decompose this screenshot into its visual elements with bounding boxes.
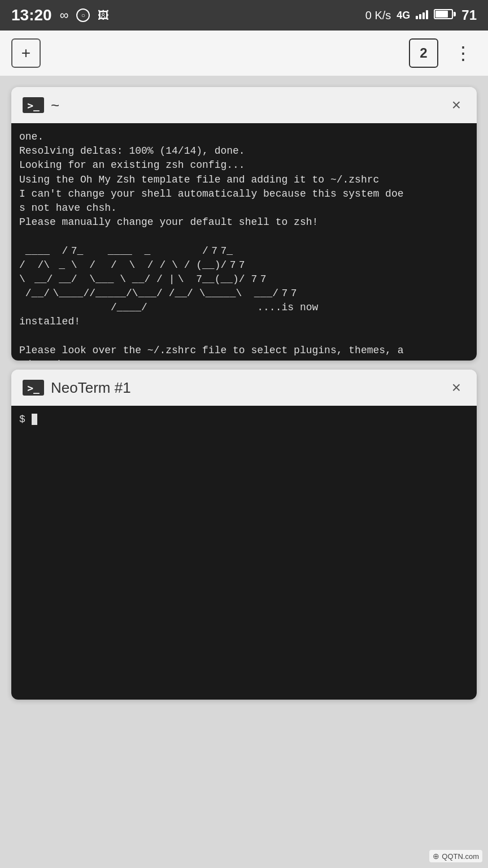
watermark: ⊕ QQTN.com [429,850,482,862]
terminal-card-0: >_ ~ × one. Resolving deltas: 100% (14/1… [11,87,477,361]
terminal-header-0: >_ ~ × [11,87,477,123]
more-options-button[interactable]: ⋮ [450,40,477,66]
terminal-cursor [32,414,37,425]
terminal-title-text-0: ~ [51,97,59,114]
watermark-text: QQTN.com [442,852,479,861]
network-type: 4G [396,10,410,21]
terminal-body-0[interactable]: one. Resolving deltas: 100% (14/14), don… [11,123,477,361]
terminal-close-1[interactable]: × [447,376,465,399]
terminal-card-1: >_ NeoTerm #1 × $ [11,370,477,700]
terminal-title-0: >_ ~ [23,97,59,114]
image-icon: 🖼 [98,9,109,22]
terminal-icon-1: >_ [23,380,44,396]
status-time: 13:20 [11,6,52,24]
signal-icon [416,8,428,23]
circle-icon: ○ [76,8,90,22]
terminal-body-1[interactable]: $ [11,406,477,700]
terminal-title-text-1: NeoTerm #1 [51,379,131,397]
tab-count-button[interactable]: 2 [409,38,438,68]
terminal-header-1: >_ NeoTerm #1 × [11,370,477,406]
main-content: >_ ~ × one. Resolving deltas: 100% (14/1… [0,76,488,868]
status-bar: 13:20 ∞ ○ 🖼 0 K/s 4G 71 [0,0,488,31]
terminal-close-0[interactable]: × [447,94,465,116]
add-terminal-button[interactable]: + [11,38,41,68]
terminal-title-1: >_ NeoTerm #1 [23,379,131,397]
network-speed: 0 K/s [365,9,391,22]
battery-icon [434,8,456,23]
battery-level: 71 [461,7,477,23]
terminal-icon-0: >_ [23,97,44,113]
watermark-icon: ⊕ [433,852,439,861]
toolbar: + 2 ⋮ [0,31,488,76]
loop-icon: ∞ [60,8,69,23]
